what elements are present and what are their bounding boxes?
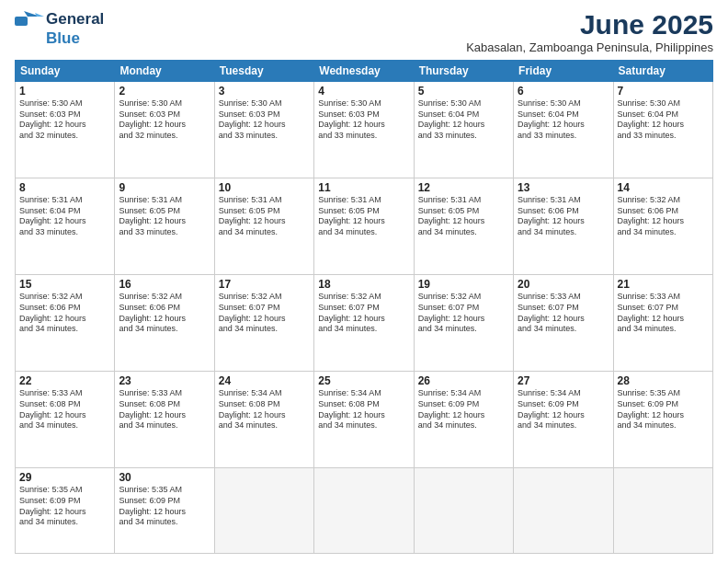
day-9: 9 Sunrise: 5:31 AMSunset: 6:05 PMDayligh… — [115, 178, 214, 275]
col-friday: Friday — [514, 61, 613, 82]
week-row-3: 15 Sunrise: 5:32 AMSunset: 6:06 PMDaylig… — [16, 275, 713, 372]
day-21: 21 Sunrise: 5:33 AMSunset: 6:07 PMDaylig… — [613, 275, 712, 372]
day-8: 8 Sunrise: 5:31 AMSunset: 6:04 PMDayligh… — [16, 178, 115, 275]
day-11: 11 Sunrise: 5:31 AMSunset: 6:05 PMDaylig… — [314, 178, 414, 275]
col-thursday: Thursday — [414, 61, 513, 82]
day-6: 6 Sunrise: 5:30 AMSunset: 6:04 PMDayligh… — [514, 82, 613, 178]
week-row-1: 1 Sunrise: 5:30 AMSunset: 6:03 PMDayligh… — [16, 82, 713, 178]
week-row-2: 8 Sunrise: 5:31 AMSunset: 6:04 PMDayligh… — [16, 178, 713, 275]
day-12: 12 Sunrise: 5:31 AMSunset: 6:05 PMDaylig… — [414, 178, 513, 275]
calendar-header-row: Sunday Monday Tuesday Wednesday Thursday… — [16, 61, 713, 82]
day-30: 30 Sunrise: 5:35 AMSunset: 6:09 PMDaylig… — [115, 468, 214, 554]
day-3: 3 Sunrise: 5:30 AMSunset: 6:03 PMDayligh… — [214, 82, 313, 178]
day-24: 24 Sunrise: 5:34 AMSunset: 6:08 PMDaylig… — [214, 372, 313, 468]
col-monday: Monday — [115, 61, 214, 82]
day-23: 23 Sunrise: 5:33 AMSunset: 6:08 PMDaylig… — [115, 372, 214, 468]
day-empty-4 — [514, 468, 613, 554]
day-19: 19 Sunrise: 5:32 AMSunset: 6:07 PMDaylig… — [414, 275, 513, 372]
day-28: 28 Sunrise: 5:35 AMSunset: 6:09 PMDaylig… — [613, 372, 712, 468]
title-block: June 2025 Kabasalan, Zamboanga Peninsula… — [466, 9, 713, 54]
day-22: 22 Sunrise: 5:33 AMSunset: 6:08 PMDaylig… — [16, 372, 115, 468]
day-10: 10 Sunrise: 5:31 AMSunset: 6:05 PMDaylig… — [214, 178, 313, 275]
day-27: 27 Sunrise: 5:34 AMSunset: 6:09 PMDaylig… — [514, 372, 613, 468]
day-2: 2 Sunrise: 5:30 AMSunset: 6:03 PMDayligh… — [115, 82, 214, 178]
day-13: 13 Sunrise: 5:31 AMSunset: 6:06 PMDaylig… — [514, 178, 613, 275]
day-7: 7 Sunrise: 5:30 AMSunset: 6:04 PMDayligh… — [613, 82, 712, 178]
logo: General Blue — [15, 9, 104, 48]
day-29: 29 Sunrise: 5:35 AMSunset: 6:09 PMDaylig… — [16, 468, 115, 554]
calendar-title: June 2025 — [466, 9, 713, 40]
day-16: 16 Sunrise: 5:32 AMSunset: 6:06 PMDaylig… — [115, 275, 214, 372]
week-row-5: 29 Sunrise: 5:35 AMSunset: 6:09 PMDaylig… — [16, 468, 713, 554]
logo-blue: Blue — [46, 29, 80, 48]
week-row-4: 22 Sunrise: 5:33 AMSunset: 6:08 PMDaylig… — [16, 372, 713, 468]
day-4: 4 Sunrise: 5:30 AMSunset: 6:03 PMDayligh… — [314, 82, 414, 178]
col-tuesday: Tuesday — [214, 61, 313, 82]
col-sunday: Sunday — [16, 61, 115, 82]
calendar-table: Sunday Monday Tuesday Wednesday Thursday… — [15, 60, 713, 554]
day-empty-1 — [214, 468, 313, 554]
day-1: 1 Sunrise: 5:30 AMSunset: 6:03 PMDayligh… — [16, 82, 115, 178]
logo-general: General — [46, 10, 104, 29]
day-empty-3 — [414, 468, 513, 554]
day-25: 25 Sunrise: 5:34 AMSunset: 6:08 PMDaylig… — [314, 372, 414, 468]
logo-icon — [15, 9, 44, 29]
col-wednesday: Wednesday — [314, 61, 414, 82]
day-17: 17 Sunrise: 5:32 AMSunset: 6:07 PMDaylig… — [214, 275, 313, 372]
calendar-subtitle: Kabasalan, Zamboanga Peninsula, Philippi… — [466, 40, 713, 54]
day-14: 14 Sunrise: 5:32 AMSunset: 6:06 PMDaylig… — [613, 178, 712, 275]
header: General Blue June 2025 Kabasalan, Zamboa… — [15, 9, 713, 54]
col-saturday: Saturday — [613, 61, 712, 82]
day-empty-2 — [314, 468, 414, 554]
page: General Blue June 2025 Kabasalan, Zamboa… — [0, 0, 728, 563]
svg-rect-0 — [15, 17, 28, 26]
day-18: 18 Sunrise: 5:32 AMSunset: 6:07 PMDaylig… — [314, 275, 414, 372]
day-5: 5 Sunrise: 5:30 AMSunset: 6:04 PMDayligh… — [414, 82, 513, 178]
day-20: 20 Sunrise: 5:33 AMSunset: 6:07 PMDaylig… — [514, 275, 613, 372]
day-15: 15 Sunrise: 5:32 AMSunset: 6:06 PMDaylig… — [16, 275, 115, 372]
day-empty-5 — [613, 468, 712, 554]
day-26: 26 Sunrise: 5:34 AMSunset: 6:09 PMDaylig… — [414, 372, 513, 468]
